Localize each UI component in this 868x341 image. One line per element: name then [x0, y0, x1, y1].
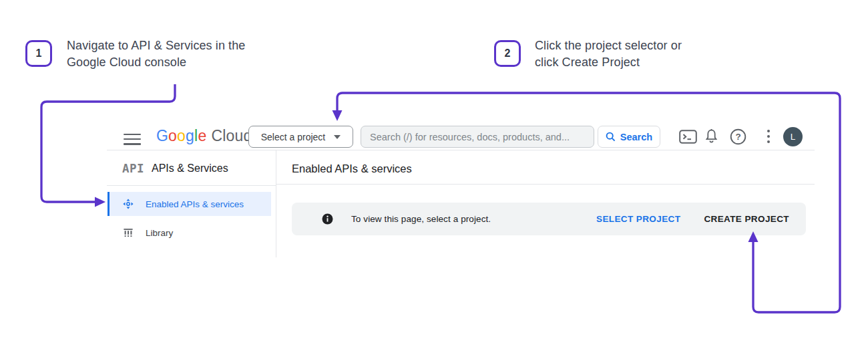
logo-letter: G: [156, 127, 168, 144]
sidebar-divider: [107, 185, 276, 186]
arrowhead-project-selector: [333, 110, 343, 121]
svg-text:?: ?: [735, 132, 740, 142]
avatar[interactable]: L: [783, 127, 803, 146]
search-button-label: Search: [620, 132, 652, 142]
logo-cloud-text: Cloud: [211, 127, 252, 144]
notice-actions: SELECT PROJECT CREATE PROJECT: [596, 214, 789, 224]
logo-letter: o: [177, 127, 186, 144]
project-selector-label: Select a project: [261, 132, 326, 142]
step-2-badge: 2: [494, 40, 521, 67]
create-project-button[interactable]: CREATE PROJECT: [704, 214, 789, 224]
info-icon: [322, 213, 333, 225]
sidebar-item-enabled-apis[interactable]: Enabled APIs & services: [107, 192, 271, 216]
api-product-logo: API: [122, 162, 144, 175]
tutorial-canvas: 1 Navigate to API & Services in the Goog…: [0, 0, 868, 341]
step-1-caption-line2: Google Cloud console: [67, 54, 245, 71]
more-vert-icon[interactable]: [767, 129, 771, 144]
chevron-down-icon: [334, 135, 341, 139]
avatar-letter: L: [791, 132, 796, 142]
google-cloud-logo[interactable]: GoogleCloud: [156, 127, 252, 145]
sidebar-title: APIs & Services: [152, 162, 228, 175]
sidebar-item-label: Enabled APIs & services: [146, 199, 244, 209]
step-2-caption-line1: Click the project selector or: [535, 37, 682, 54]
sidebar-vertical-divider: [276, 150, 276, 257]
help-icon[interactable]: ?: [730, 128, 746, 145]
menu-icon[interactable]: [124, 130, 141, 148]
step-2-caption-line2: click Create Project: [535, 54, 682, 71]
notifications-bell-icon[interactable]: [704, 128, 718, 144]
arrowhead-sidebar: [95, 197, 105, 207]
library-icon: [123, 227, 134, 238]
select-project-button[interactable]: SELECT PROJECT: [596, 214, 680, 224]
header-divider: [107, 150, 815, 150]
step-1-badge: 1: [25, 40, 52, 67]
notice-message: To view this page, select a project.: [351, 214, 491, 224]
page-title: Enabled APIs & services: [292, 162, 412, 175]
search-icon: [606, 132, 616, 142]
search-input[interactable]: [361, 126, 594, 148]
step-2-caption: Click the project selector or click Crea…: [535, 37, 682, 71]
search-bar: Search: [361, 126, 660, 148]
arrow-step1-path: [41, 84, 175, 202]
step-1-number: 1: [36, 47, 42, 60]
select-project-notice: To view this page, select a project. SEL…: [292, 203, 806, 235]
sidebar-item-label: Library: [146, 228, 173, 238]
step-2-number: 2: [505, 47, 511, 60]
sidebar-item-library[interactable]: Library: [107, 221, 271, 245]
logo-letter: e: [198, 127, 206, 144]
enabled-apis-icon: [123, 199, 134, 209]
cloud-shell-icon[interactable]: [679, 130, 697, 144]
project-selector-button[interactable]: Select a project: [248, 126, 353, 148]
search-button[interactable]: Search: [598, 126, 660, 148]
step-1-caption-line1: Navigate to API & Services in the: [67, 37, 245, 54]
logo-letter: g: [186, 127, 194, 144]
step-1-caption: Navigate to API & Services in the Google…: [67, 37, 245, 71]
main-divider: [276, 184, 815, 185]
logo-letter: o: [168, 127, 177, 144]
